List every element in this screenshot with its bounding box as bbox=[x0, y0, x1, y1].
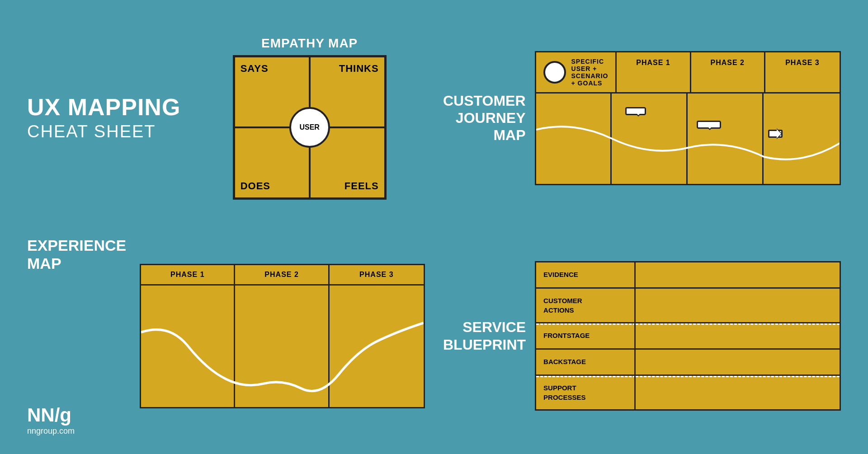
cjm-col0 bbox=[536, 94, 612, 184]
sb-customer-actions-label: CUSTOMERACTIONS bbox=[536, 289, 636, 322]
empathy-map-label: EMPATHY MAP bbox=[261, 36, 358, 51]
cjm-arrow-shape bbox=[768, 130, 783, 138]
top-right-section: CUSTOMER JOURNEY MAP SPECIFIC USER + SCE… bbox=[443, 18, 841, 218]
empathy-user-circle: USER bbox=[289, 107, 330, 148]
sb-frontstage-row: FRONTSTAGE bbox=[536, 323, 840, 350]
cjm-user-scenario-label: SPECIFIC USER + SCENARIO + GOALS bbox=[571, 58, 609, 87]
exp-body bbox=[141, 286, 424, 407]
exp-map-label-section: EXPERIENCE MAP NN/g nngroup.com bbox=[27, 236, 126, 436]
cjm-col1 bbox=[612, 94, 688, 184]
nng-url: nngroup.com bbox=[27, 426, 126, 436]
main-title: UX MAPPING bbox=[27, 94, 180, 120]
empathy-map-grid: SAYS THINKS DOES FEELS USER bbox=[233, 55, 387, 200]
sb-evidence-label: EVIDENCE bbox=[536, 262, 636, 287]
exp-phases-row: PHASE 1 PHASE 2 PHASE 3 bbox=[141, 265, 424, 286]
top-left-section: UX MAPPING CHEAT SHEET EMPATHY MAP SAYS … bbox=[27, 18, 425, 218]
exp-map-title: EXPERIENCE MAP bbox=[27, 236, 126, 273]
sb-backstage-content bbox=[636, 350, 840, 374]
cjm-container: SPECIFIC USER + SCENARIO + GOALS PHASE 1… bbox=[535, 51, 841, 185]
exp-phase3: PHASE 3 bbox=[330, 265, 424, 284]
sb-customer-actions-row: CUSTOMERACTIONS bbox=[536, 289, 840, 323]
sb-support-label: SUPPORTPROCESSES bbox=[536, 376, 636, 409]
cjm-phase3-header: PHASE 3 bbox=[765, 52, 840, 92]
cjm-header-row: SPECIFIC USER + SCENARIO + GOALS PHASE 1… bbox=[536, 52, 840, 94]
cjm-phase2-header: PHASE 2 bbox=[691, 52, 765, 92]
cjm-grid: SPECIFIC USER + SCENARIO + GOALS PHASE 1… bbox=[535, 51, 841, 185]
service-blueprint-label: SERVICE BLUEPRINT bbox=[443, 318, 526, 353]
sb-support-row: SUPPORTPROCESSES bbox=[536, 376, 840, 409]
sb-frontstage-content bbox=[636, 323, 840, 348]
sb-evidence-row: EVIDENCE bbox=[536, 262, 840, 289]
user-circle-icon bbox=[543, 61, 566, 84]
bottom-right-section: SERVICE BLUEPRINT EVIDENCE CUSTOMERACTIO… bbox=[443, 236, 841, 436]
exp-col2 bbox=[235, 286, 329, 407]
exp-col3 bbox=[330, 286, 424, 407]
bottom-left-section: EXPERIENCE MAP NN/g nngroup.com PHASE 1 … bbox=[27, 236, 425, 436]
sb-frontstage-label: FRONTSTAGE bbox=[536, 323, 636, 348]
exp-map-grid-container: PHASE 1 PHASE 2 PHASE 3 bbox=[140, 264, 425, 408]
sb-customer-actions-content bbox=[636, 289, 840, 322]
service-grid-inner: EVIDENCE CUSTOMERACTIONS FRONTSTAGE bbox=[535, 261, 841, 411]
exp-phase1: PHASE 1 bbox=[141, 265, 235, 284]
sb-evidence-content bbox=[636, 262, 840, 287]
cjm-col3 bbox=[764, 94, 840, 184]
nng-logo: NN/g bbox=[27, 406, 126, 425]
sb-support-content bbox=[636, 376, 840, 409]
main-container: UX MAPPING CHEAT SHEET EMPATHY MAP SAYS … bbox=[0, 0, 868, 454]
exp-phase2: PHASE 2 bbox=[235, 265, 329, 284]
service-blueprint-grid: EVIDENCE CUSTOMERACTIONS FRONTSTAGE bbox=[535, 261, 841, 411]
cjm-phase1-header: PHASE 1 bbox=[617, 52, 691, 92]
cjm-body-row bbox=[536, 94, 840, 184]
exp-map-grid: PHASE 1 PHASE 2 PHASE 3 bbox=[140, 264, 425, 408]
sb-backstage-label: BACKSTAGE bbox=[536, 350, 636, 374]
sub-title: CHEAT SHEET bbox=[27, 122, 180, 141]
speech-bubble-2 bbox=[697, 121, 721, 129]
exp-col1 bbox=[141, 286, 235, 407]
title-section: UX MAPPING CHEAT SHEET bbox=[27, 94, 180, 141]
sb-backstage-row: BACKSTAGE bbox=[536, 350, 840, 376]
cjm-user-header: SPECIFIC USER + SCENARIO + GOALS bbox=[536, 52, 617, 92]
cjm-col2 bbox=[688, 94, 764, 184]
speech-bubble-1 bbox=[625, 107, 646, 115]
cjm-label: CUSTOMER JOURNEY MAP bbox=[443, 92, 526, 144]
